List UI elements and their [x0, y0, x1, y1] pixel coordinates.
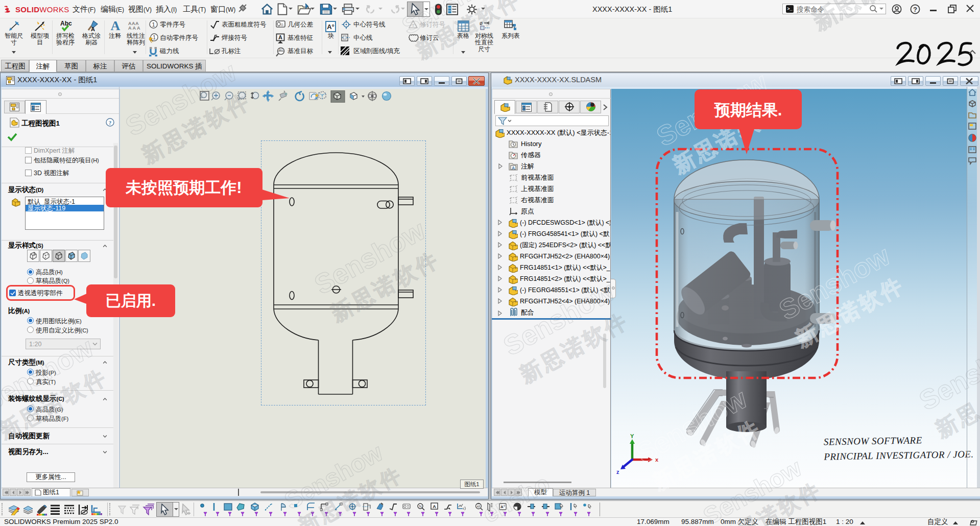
- svg-text:A°: A°: [500, 505, 505, 509]
- svg-text:A: A: [91, 26, 95, 32]
- svg-text:z: z: [616, 469, 619, 474]
- svg-text:已启用.: 已启用.: [106, 292, 156, 309]
- svg-text:A: A: [433, 504, 436, 509]
- svg-text:?: ?: [913, 6, 917, 13]
- svg-text:x: x: [655, 457, 659, 463]
- svg-text:1: 1: [153, 35, 156, 40]
- svg-text:AT: AT: [476, 505, 481, 508]
- svg-text:N: N: [419, 505, 421, 508]
- svg-text:A: A: [512, 165, 515, 171]
- svg-text:预期结果.: 预期结果.: [714, 101, 782, 119]
- svg-text:ø: ø: [480, 20, 483, 26]
- svg-text:1: 1: [412, 23, 415, 28]
- svg-text:Abc: Abc: [60, 20, 72, 27]
- svg-text:0.3: 0.3: [281, 22, 285, 27]
- svg-text:未按照预期工作!: 未按照预期工作!: [125, 179, 242, 197]
- svg-text:A: A: [278, 34, 282, 40]
- svg-text:1: 1: [152, 21, 155, 28]
- svg-text:A1: A1: [279, 48, 283, 52]
- svg-text:?: ?: [109, 119, 112, 126]
- svg-text:Y: Y: [630, 434, 634, 439]
